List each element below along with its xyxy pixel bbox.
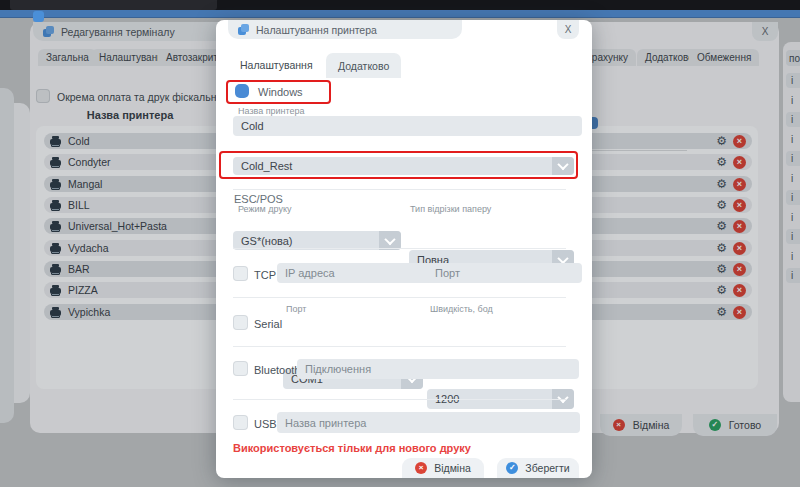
divider [233, 248, 566, 249]
windows-toggle-label: Windows [258, 86, 303, 98]
usb-printer-name-input[interactable] [277, 412, 580, 433]
modal-title-bar: Налаштування принтера [228, 20, 462, 39]
printer-settings-modal: Налаштування принтера X Налаштування Дод… [216, 20, 592, 478]
window-icon [238, 24, 249, 35]
top-black-bar [0, 0, 800, 10]
print-mode-label: Режим друку [238, 204, 291, 214]
modal-save-button[interactable]: ✓ Зберегти [497, 458, 579, 478]
cut-type-label: Тип відрізки паперу [410, 204, 491, 214]
save-label: Зберегти [525, 462, 569, 474]
usb-checkbox[interactable] [233, 415, 248, 430]
divider [233, 346, 566, 347]
serial-checkbox[interactable] [233, 315, 248, 330]
tcp-ip-input[interactable] [277, 263, 433, 283]
windows-toggle[interactable] [235, 84, 249, 98]
selected-printer: Cold_Rest [241, 160, 292, 172]
new-print-warning-note: Використовується тільки для нового друку [233, 442, 471, 454]
usb-label: USB [254, 418, 277, 430]
tcp-port-input[interactable] [427, 263, 582, 283]
modal-title-text: Налаштування принтера [256, 24, 377, 36]
divider [233, 399, 566, 400]
tcp-label: TCP [254, 269, 276, 281]
screen: Редагування терміналу X Загальна Налашту… [0, 0, 800, 487]
save-check-icon: ✓ [506, 462, 518, 474]
printer-name-input[interactable] [233, 116, 582, 136]
modal-tab-extra[interactable]: Додатково [326, 53, 401, 78]
cancel-label: Відміна [434, 462, 471, 474]
browser-tab [10, 0, 217, 10]
tcp-checkbox[interactable] [233, 266, 248, 281]
bluetooth-connection-input[interactable] [297, 359, 579, 379]
chevron-down-icon [552, 157, 574, 175]
serial-baud-label: Швидкість, бод [430, 304, 493, 314]
cancel-x-icon: × [415, 462, 427, 474]
bluetooth-checkbox[interactable] [233, 361, 248, 376]
printer-name-label: Назва принтера [238, 106, 305, 116]
selected-print-mode: GS*(нова) [241, 235, 293, 247]
serial-port-label: Порт [286, 304, 306, 314]
windows-printer-select[interactable]: Cold_Rest [233, 157, 574, 175]
divider [233, 297, 566, 298]
modal-close-button[interactable]: X [557, 20, 579, 39]
modal-cancel-button[interactable]: × Відміна [402, 458, 484, 478]
serial-label: Serial [254, 318, 282, 330]
app-logo-icon [33, 11, 44, 22]
modal-tab-settings[interactable]: Налаштування [228, 52, 325, 77]
divider [233, 189, 566, 190]
bluetooth-label: Bluetooth [254, 364, 300, 376]
